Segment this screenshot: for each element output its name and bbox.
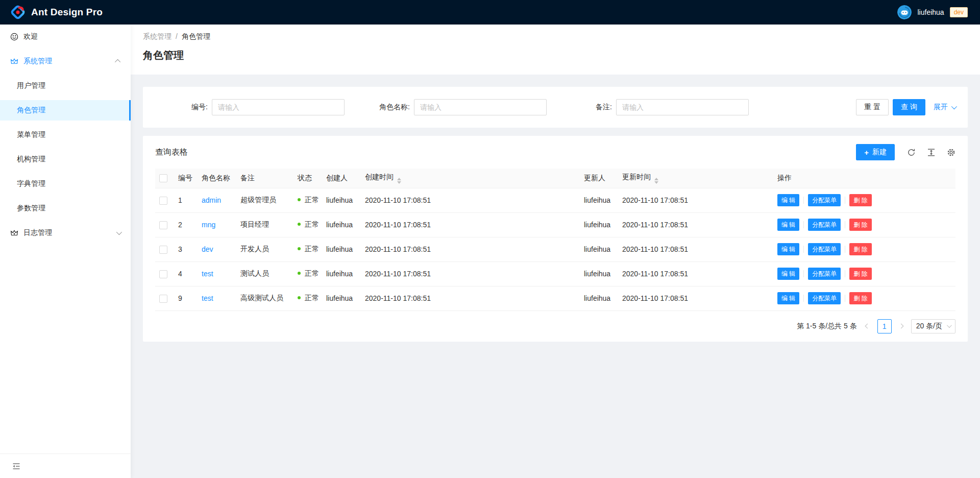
cell-updated-at: 2020-11-10 17:08:51 [622, 188, 777, 212]
edit-button[interactable]: 编 辑 [777, 243, 799, 255]
breadcrumb-separator: / [176, 31, 178, 42]
row-checkbox[interactable] [159, 246, 167, 254]
role-name-field-label: 角色名称: [357, 103, 414, 112]
sort-icon[interactable] [397, 178, 401, 184]
sidebar-item-param-mgmt[interactable]: 参数管理 [0, 198, 131, 219]
sidebar-item-system-mgmt[interactable]: 系统管理 [0, 51, 131, 71]
app-root: Ant Design Pro liufeihua dev [0, 0, 980, 478]
chevron-down-icon [116, 231, 120, 235]
page-1-button[interactable]: 1 [877, 319, 892, 333]
row-checkbox[interactable] [159, 270, 167, 278]
role-name-link[interactable]: dev [202, 245, 213, 253]
reload-icon[interactable] [907, 148, 916, 157]
role-name-input[interactable] [414, 99, 547, 115]
expand-label: 展开 [934, 103, 948, 112]
logo[interactable]: Ant Design Pro [10, 5, 103, 20]
cell-updated-at: 2020-11-10 17:08:51 [622, 212, 777, 237]
sidebar-item-log-mgmt[interactable]: 日志管理 [0, 223, 131, 243]
cell-status: 正常 [298, 212, 326, 237]
cell-actions: 编 辑分配菜单删 除 [777, 261, 955, 286]
density-icon[interactable] [927, 148, 936, 157]
divider [803, 295, 804, 302]
assign-menu-button[interactable]: 分配菜单 [808, 268, 841, 280]
table-header-row: 编号 角色名称 备注 状态 创建人 创建时间 更新人 更新时间 [155, 169, 955, 188]
status-dot [298, 223, 301, 226]
menu-label: 欢迎 [23, 32, 38, 41]
column-header-status: 状态 [298, 169, 326, 188]
sidebar: 欢迎 系统管理 用户管理 角色管理 菜单管理 [0, 25, 131, 478]
column-header-created-at: 创建时间 [365, 169, 584, 188]
delete-button[interactable]: 删 除 [849, 243, 871, 255]
menu-label: 机构管理 [17, 155, 45, 164]
sidebar-collapse-button[interactable] [0, 453, 131, 478]
edit-button[interactable]: 编 辑 [777, 194, 799, 206]
prev-page-button[interactable] [862, 319, 873, 333]
cell-actions: 编 辑分配菜单删 除 [777, 188, 955, 212]
crown-icon [10, 229, 18, 237]
table-row: 2 mng 项目经理 正常 liufeihua 2020-11-10 17:08… [155, 212, 955, 237]
sidebar-item-dict-mgmt[interactable]: 字典管理 [0, 174, 131, 194]
divider [803, 270, 804, 277]
sort-icon[interactable] [654, 178, 658, 184]
assign-menu-button[interactable]: 分配菜单 [808, 194, 841, 206]
sidebar-item-menu-mgmt[interactable]: 菜单管理 [0, 125, 131, 145]
settings-gear-icon[interactable] [947, 148, 955, 157]
cell-id: 4 [178, 261, 202, 286]
remark-input[interactable] [616, 99, 749, 115]
next-page-button[interactable] [896, 319, 907, 333]
cell-creator: liufeihua [326, 212, 365, 237]
pagination: 第 1-5 条/总共 5 条 1 20 条/页 [155, 319, 955, 333]
search-actions: 重 置 查 询 展开 [856, 99, 955, 115]
id-input[interactable] [212, 99, 345, 115]
page-size-select[interactable]: 20 条/页 [911, 319, 955, 333]
avatar[interactable] [897, 5, 912, 19]
edit-button[interactable]: 编 辑 [777, 292, 799, 304]
divider [845, 221, 845, 228]
assign-menu-button[interactable]: 分配菜单 [808, 219, 841, 231]
sidebar-item-user-mgmt[interactable]: 用户管理 [0, 76, 131, 96]
menu-label: 系统管理 [23, 57, 52, 66]
row-checkbox[interactable] [159, 221, 167, 229]
status-dot [298, 247, 301, 250]
delete-button[interactable]: 删 除 [849, 194, 871, 206]
delete-button[interactable]: 删 除 [849, 219, 871, 231]
select-all-checkbox[interactable] [159, 174, 167, 182]
role-name-link[interactable]: admin [202, 196, 221, 204]
divider [845, 295, 845, 302]
sidebar-item-welcome[interactable]: 欢迎 [0, 27, 131, 47]
new-button[interactable]: + 新建 [856, 144, 895, 160]
divider [845, 246, 845, 253]
search-field-id: 编号: [155, 99, 357, 115]
header-user-area: liufeihua dev [897, 5, 968, 19]
role-name-link[interactable]: mng [202, 221, 215, 229]
toolbar-actions: + 新建 [856, 144, 955, 160]
logo-icon [10, 5, 26, 20]
cell-id: 3 [178, 237, 202, 261]
reset-button[interactable]: 重 置 [856, 99, 889, 115]
column-header-role-name: 角色名称 [202, 169, 240, 188]
assign-menu-button[interactable]: 分配菜单 [808, 243, 841, 255]
cell-creator: liufeihua [326, 286, 365, 310]
breadcrumb-parent[interactable]: 系统管理 [143, 31, 172, 42]
row-checkbox[interactable] [159, 197, 167, 205]
plus-icon: + [864, 149, 869, 156]
edit-button[interactable]: 编 辑 [777, 219, 799, 231]
username[interactable]: liufeihua [917, 8, 944, 16]
divider [803, 246, 804, 253]
menu-label: 日志管理 [23, 228, 52, 237]
row-checkbox[interactable] [159, 295, 167, 303]
expand-link[interactable]: 展开 [934, 103, 955, 112]
role-name-link[interactable]: test [202, 294, 213, 302]
sidebar-item-org-mgmt[interactable]: 机构管理 [0, 149, 131, 170]
cell-updated-at: 2020-11-10 17:08:51 [622, 286, 777, 310]
assign-menu-button[interactable]: 分配菜单 [808, 292, 841, 304]
edit-button[interactable]: 编 辑 [777, 268, 799, 280]
delete-button[interactable]: 删 除 [849, 292, 871, 304]
id-field-label: 编号: [155, 103, 212, 112]
role-name-link[interactable]: test [202, 270, 213, 278]
menu-label: 字典管理 [17, 179, 45, 188]
query-button[interactable]: 查 询 [893, 99, 925, 115]
delete-button[interactable]: 删 除 [849, 268, 871, 280]
cell-created-at: 2020-11-10 17:08:51 [365, 237, 584, 261]
sidebar-item-role-mgmt[interactable]: 角色管理 [0, 100, 131, 121]
